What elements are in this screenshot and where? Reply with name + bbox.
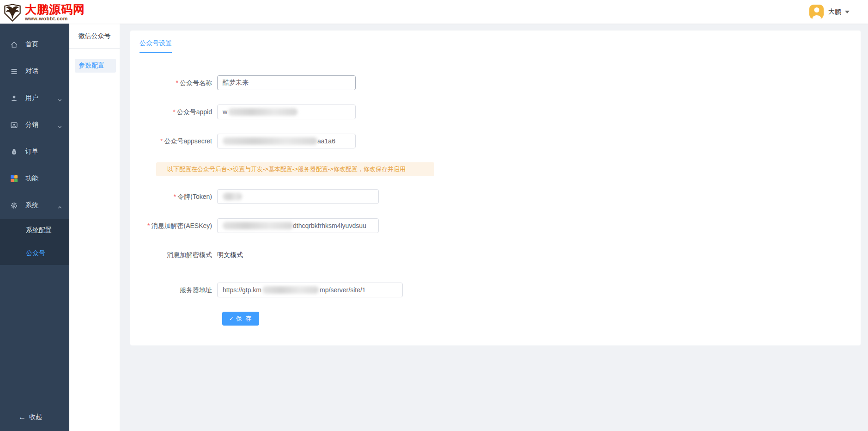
eagle-logo-icon bbox=[3, 3, 22, 22]
token-input[interactable] bbox=[217, 189, 379, 204]
form-row-token: *令牌(Token) bbox=[130, 189, 861, 204]
sidebar-item-home[interactable]: 首页 bbox=[0, 31, 69, 58]
input-value: dthcqrbkfrhksm4lyuvdsuu bbox=[293, 222, 366, 229]
sidebar-item-distribution[interactable]: 分销 bbox=[0, 111, 69, 138]
chevron-up-icon bbox=[58, 203, 62, 208]
input-value: mp/server/site/1 bbox=[320, 286, 366, 294]
account-name-input[interactable]: 酷梦未来 bbox=[217, 75, 356, 90]
site-title: 大鹏源码网 bbox=[25, 3, 85, 15]
sidebar-item-label: 功能 bbox=[25, 174, 38, 183]
apps-icon bbox=[10, 175, 18, 183]
collapse-label: 收起 bbox=[29, 413, 42, 421]
redacted-value bbox=[223, 222, 293, 229]
sidebar-item-label: 对话 bbox=[25, 67, 38, 75]
sidebar-collapse-button[interactable]: ← 收起 bbox=[0, 407, 69, 427]
chevron-down-icon bbox=[58, 123, 62, 127]
form-row-appid: *公众号appid w bbox=[130, 105, 861, 119]
gear-icon bbox=[10, 202, 18, 209]
sidebar-item-features[interactable]: 功能 bbox=[0, 165, 69, 192]
sidebar-nav: 首页 对话 用户 分销 bbox=[0, 24, 69, 431]
sidebar-item-label: 用户 bbox=[25, 94, 38, 102]
form-row-name: *公众号名称 酷梦未来 bbox=[130, 75, 861, 90]
user-menu[interactable]: 大鹏 bbox=[809, 5, 868, 19]
sidebar-item-system[interactable]: 系统 bbox=[0, 192, 69, 219]
form-row-appsecret: *公众号appsecret aa1a6 bbox=[130, 134, 861, 148]
redacted-value bbox=[228, 108, 297, 116]
settings-card: 公众号设置 *公众号名称 酷梦未来 *公众号appid w bbox=[130, 31, 861, 345]
required-mark: * bbox=[176, 79, 178, 86]
list-icon bbox=[10, 68, 18, 75]
redacted-value bbox=[223, 193, 242, 200]
required-mark: * bbox=[173, 108, 175, 116]
sidebar-item-system-config[interactable]: 系统配置 bbox=[0, 219, 69, 242]
redacted-value bbox=[223, 137, 317, 145]
field-label: 消息加解密模式 bbox=[130, 247, 217, 262]
logo[interactable]: 大鹏源码网 www.wobbt.com bbox=[0, 2, 85, 22]
redacted-value bbox=[262, 286, 319, 294]
user-name: 大鹏 bbox=[828, 8, 841, 16]
chevron-down-icon bbox=[58, 96, 62, 100]
sidebar-item-official-account[interactable]: 公众号 bbox=[0, 242, 69, 265]
secondary-sidebar: 微信公众号 参数配置 bbox=[69, 24, 120, 431]
field-label: *消息加解密(AESKey) bbox=[130, 218, 217, 233]
sidebar-item-orders[interactable]: 订单 bbox=[0, 138, 69, 165]
sidebar-item-label: 首页 bbox=[25, 40, 38, 49]
settings-form: *公众号名称 酷梦未来 *公众号appid w *公众号appse bbox=[130, 53, 861, 326]
system-submenu: 系统配置 公众号 bbox=[0, 219, 69, 265]
moneybag-icon bbox=[10, 148, 18, 156]
sidebar-item-chat[interactable]: 对话 bbox=[0, 58, 69, 85]
top-header: 大鹏源码网 www.wobbt.com 大鹏 bbox=[0, 0, 868, 24]
tab-bar: 公众号设置 bbox=[140, 31, 851, 53]
secondary-item-param-config[interactable]: 参数配置 bbox=[75, 59, 116, 73]
sidebar-item-label: 分销 bbox=[25, 121, 38, 129]
required-mark: * bbox=[160, 137, 163, 145]
appsecret-input[interactable]: aa1a6 bbox=[217, 134, 356, 148]
input-value: aa1a6 bbox=[317, 137, 335, 145]
required-mark: * bbox=[174, 193, 176, 200]
sidebar-item-label: 系统 bbox=[25, 201, 38, 209]
tab-official-account-settings[interactable]: 公众号设置 bbox=[140, 31, 172, 53]
field-label: 服务器地址 bbox=[130, 283, 217, 297]
sidebar-item-users[interactable]: 用户 bbox=[0, 85, 69, 111]
aeskey-input[interactable]: dthcqrbkfrhksm4lyuvdsuu bbox=[217, 218, 379, 233]
secondary-item-label: 参数配置 bbox=[79, 62, 104, 70]
config-notice-banner: 以下配置在公众号后台->设置与开发->基本配置->服务器配置->修改配置，修改保… bbox=[156, 162, 434, 176]
appid-input[interactable]: w bbox=[217, 105, 356, 119]
input-value: w bbox=[223, 108, 227, 116]
input-value: 酷梦未来 bbox=[223, 79, 249, 87]
site-url: www.wobbt.com bbox=[25, 16, 85, 21]
avatar bbox=[809, 5, 824, 19]
field-label: *公众号appid bbox=[130, 105, 217, 119]
field-label: *公众号appsecret bbox=[130, 134, 217, 148]
form-row-server: 服务器地址 https://gtp.km mp/server/site/1 bbox=[130, 283, 861, 297]
card-icon bbox=[10, 121, 18, 129]
mode-value: 明文模式 bbox=[217, 247, 243, 262]
required-mark: * bbox=[147, 222, 150, 229]
form-row-mode: 消息加解密模式 明文模式 bbox=[130, 247, 861, 262]
check-icon: ✓ bbox=[229, 315, 234, 322]
secondary-sidebar-title: 微信公众号 bbox=[69, 24, 120, 49]
user-icon bbox=[10, 94, 18, 102]
save-button[interactable]: ✓ 保 存 bbox=[222, 312, 259, 326]
submenu-item-label: 系统配置 bbox=[26, 226, 52, 234]
sidebar-item-label: 订单 bbox=[25, 148, 38, 156]
form-row-aeskey: *消息加解密(AESKey) dthcqrbkfrhksm4lyuvdsuu bbox=[130, 218, 861, 233]
input-value: https://gtp.km bbox=[223, 286, 261, 294]
home-icon bbox=[10, 41, 18, 49]
chevron-down-icon bbox=[845, 11, 850, 13]
field-label: *令牌(Token) bbox=[130, 189, 217, 204]
main-content: 公众号设置 *公众号名称 酷梦未来 *公众号appid w bbox=[120, 24, 868, 431]
submenu-item-label: 公众号 bbox=[26, 249, 45, 258]
arrow-left-icon: ← bbox=[18, 413, 26, 421]
save-label: 保 存 bbox=[236, 314, 253, 323]
server-url-input[interactable]: https://gtp.km mp/server/site/1 bbox=[217, 283, 403, 297]
field-label: *公众号名称 bbox=[130, 75, 217, 90]
